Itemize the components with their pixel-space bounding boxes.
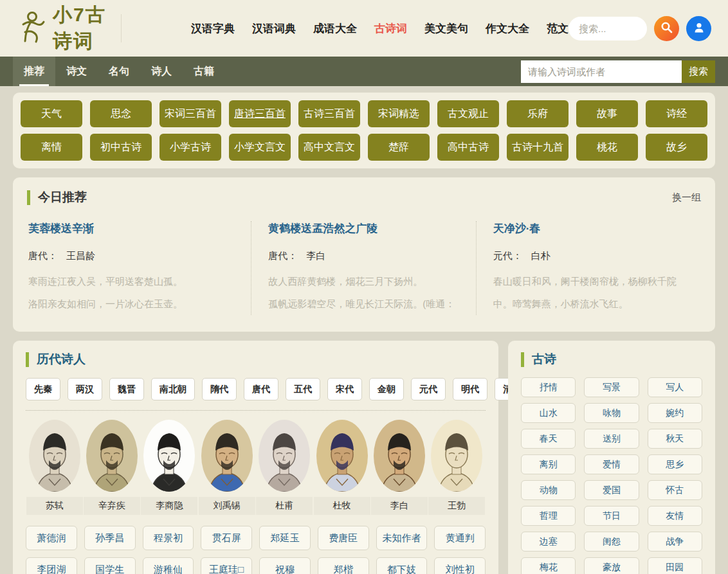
poet-link[interactable]: 未知作者 xyxy=(376,526,428,550)
quick-tag[interactable]: 初中古诗 xyxy=(90,134,152,161)
poet-portrait[interactable]: 杜牧 xyxy=(313,420,370,515)
top-nav-item[interactable]: 汉语字典 xyxy=(191,21,235,36)
quick-tag[interactable]: 高中古诗 xyxy=(437,134,499,161)
quick-tag[interactable]: 小学文言文 xyxy=(229,134,291,161)
era-tab[interactable]: 宋代 xyxy=(327,378,362,400)
poet-link[interactable]: 萧德润 xyxy=(26,526,77,550)
quick-tag[interactable]: 天气 xyxy=(21,100,82,127)
poem-tag[interactable]: 友情 xyxy=(648,506,702,526)
poem-tag[interactable]: 战争 xyxy=(648,532,702,552)
poem-tag[interactable]: 怀古 xyxy=(648,480,702,500)
subnav-tab[interactable]: 诗文 xyxy=(55,57,98,86)
poet-portrait[interactable]: 刘禹锡 xyxy=(198,420,255,515)
era-tab[interactable]: 唐代 xyxy=(244,378,278,400)
poet-link[interactable]: 孙季昌 xyxy=(84,526,136,550)
top-nav-item[interactable]: 汉语词典 xyxy=(252,21,296,36)
top-nav-item[interactable]: 作文大全 xyxy=(486,21,529,36)
header-search-input[interactable] xyxy=(569,17,647,40)
poet-portrait[interactable]: 王勃 xyxy=(428,420,486,515)
poem-tag[interactable]: 春天 xyxy=(521,429,576,449)
era-tab[interactable]: 明代 xyxy=(453,378,487,400)
quick-tag[interactable]: 高中文言文 xyxy=(298,134,360,161)
poem-tag[interactable]: 梅花 xyxy=(521,557,576,574)
refresh-link[interactable]: 换一组 xyxy=(672,192,701,204)
header-search-button[interactable] xyxy=(654,16,679,41)
poem-tag[interactable]: 咏物 xyxy=(584,403,639,423)
top-nav-item[interactable]: 成语大全 xyxy=(313,21,357,36)
poet-link[interactable]: 刘性初 xyxy=(434,557,486,574)
quick-tag[interactable]: 宋词三百首 xyxy=(159,100,221,127)
poem-tag[interactable]: 节日 xyxy=(584,506,639,526)
quick-tag[interactable]: 古诗三百首 xyxy=(298,100,360,127)
poem-tag[interactable]: 送别 xyxy=(584,429,639,449)
poem-tag[interactable]: 闺怨 xyxy=(584,532,639,552)
poet-portrait[interactable]: 辛弃疾 xyxy=(83,420,140,515)
quick-tag[interactable]: 离情 xyxy=(21,134,82,161)
poem-tag[interactable]: 婉约 xyxy=(648,403,702,423)
poet-portrait[interactable]: 李白 xyxy=(370,420,428,515)
poet-link[interactable]: 都下妓 xyxy=(376,557,428,574)
poem-tag[interactable]: 爱情 xyxy=(584,454,639,474)
brand-logo[interactable]: 小7古诗词 xyxy=(17,2,107,55)
poem-tag[interactable]: 爱国 xyxy=(584,480,639,500)
poem-title[interactable]: 黄鹤楼送孟浩然之广陵 xyxy=(268,221,459,236)
era-tab[interactable]: 两汉 xyxy=(68,378,102,400)
poet-link[interactable]: 祝穆 xyxy=(259,557,311,574)
poem-tag[interactable]: 哲理 xyxy=(521,506,576,526)
quick-tag[interactable]: 楚辞 xyxy=(368,134,430,161)
poem-tag[interactable]: 思乡 xyxy=(648,454,702,474)
poet-link[interactable]: 游稚仙 xyxy=(143,557,194,574)
poem-tag[interactable]: 抒情 xyxy=(521,377,576,397)
top-nav-item[interactable]: 范文 xyxy=(547,21,569,36)
quick-tag[interactable]: 唐诗三百首 xyxy=(229,100,291,127)
quick-tag[interactable]: 故乡 xyxy=(646,134,707,161)
subnav-search-input[interactable] xyxy=(521,60,682,83)
poem-tag[interactable]: 田园 xyxy=(648,557,702,574)
poem-tag[interactable]: 动物 xyxy=(521,480,576,500)
quick-tag[interactable]: 诗经 xyxy=(646,100,707,127)
era-tab[interactable]: 先秦 xyxy=(26,378,60,400)
quick-tag[interactable]: 思念 xyxy=(90,100,152,127)
poem-tag[interactable]: 山水 xyxy=(521,403,576,423)
quick-tag[interactable]: 古诗十九首 xyxy=(507,134,569,161)
poet-link[interactable]: 王庭珪□ xyxy=(201,557,252,574)
poet-link[interactable]: 郑延玉 xyxy=(259,526,311,550)
poet-link[interactable]: 郑楷 xyxy=(318,557,369,574)
user-button[interactable] xyxy=(686,16,711,41)
poet-link[interactable]: 费唐臣 xyxy=(318,526,369,550)
poem-tag[interactable]: 写人 xyxy=(648,377,702,397)
subnav-tab[interactable]: 名句 xyxy=(98,57,140,86)
poem-tag[interactable]: 离别 xyxy=(521,454,576,474)
subnav-tab[interactable]: 诗人 xyxy=(140,57,183,86)
poet-link[interactable]: 程景初 xyxy=(143,526,194,550)
poet-portrait[interactable]: 李商隐 xyxy=(141,420,198,515)
poet-link[interactable]: 国学生 xyxy=(84,557,136,574)
poet-link[interactable]: 贯石屏 xyxy=(201,526,252,550)
era-tab[interactable]: 五代 xyxy=(286,378,320,400)
era-tab[interactable]: 金朝 xyxy=(369,378,404,400)
poem-tag[interactable]: 写景 xyxy=(584,377,639,397)
poet-portrait[interactable]: 杜甫 xyxy=(256,420,313,515)
poem-author[interactable]: 白朴 xyxy=(531,250,551,261)
quick-tag[interactable]: 宋词精选 xyxy=(368,100,430,127)
subnav-tab[interactable]: 推荐 xyxy=(13,57,55,86)
poem-title[interactable]: 芙蓉楼送辛渐 xyxy=(28,221,234,236)
top-nav-item[interactable]: 美文美句 xyxy=(424,21,468,36)
poet-link[interactable]: 黄通判 xyxy=(434,526,486,550)
top-nav-item[interactable]: 古诗词 xyxy=(374,21,407,36)
era-tab[interactable]: 元代 xyxy=(411,378,446,400)
poem-author[interactable]: 王昌龄 xyxy=(66,250,95,261)
quick-tag[interactable]: 古文观止 xyxy=(437,100,499,127)
era-tab[interactable]: 南北朝 xyxy=(151,378,195,400)
quick-tag[interactable]: 小学古诗 xyxy=(159,134,221,161)
poem-author[interactable]: 李白 xyxy=(306,250,325,261)
quick-tag[interactable]: 桃花 xyxy=(576,134,638,161)
poet-link[interactable]: 李团湖 xyxy=(26,557,77,574)
poem-tag[interactable]: 秋天 xyxy=(648,429,702,449)
subnav-search-button[interactable]: 搜索 xyxy=(682,60,715,83)
quick-tag[interactable]: 乐府 xyxy=(507,100,569,127)
poem-title[interactable]: 天净沙·春 xyxy=(493,221,684,236)
poem-tag[interactable]: 豪放 xyxy=(584,557,639,574)
poet-portrait[interactable]: 苏轼 xyxy=(26,420,83,515)
era-tab[interactable]: 魏晋 xyxy=(109,378,144,400)
